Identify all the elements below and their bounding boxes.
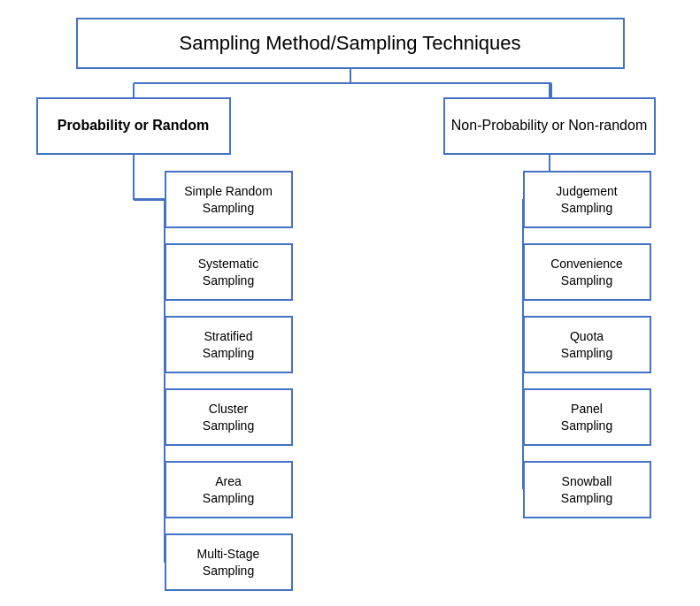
- right-item-3: QuotaSampling: [523, 316, 651, 373]
- left-item-6-label: Multi-StageSampling: [197, 546, 260, 578]
- title-box: Sampling Method/Sampling Techniques: [76, 18, 625, 69]
- right-item-5-label: SnowballSampling: [561, 473, 612, 505]
- left-item-4: ClusterSampling: [165, 388, 293, 446]
- right-item-4: PanelSampling: [523, 388, 651, 446]
- nonprob-label: Non-Probability or Non-random: [451, 117, 647, 135]
- right-item-2: ConvenienceSampling: [523, 243, 651, 301]
- prob-box: Probability or Random: [36, 97, 231, 155]
- right-item-1: JudgementSampling: [523, 171, 651, 228]
- title-text: Sampling Method/Sampling Techniques: [179, 31, 520, 57]
- left-item-1-label: Simple RandomSampling: [184, 183, 273, 215]
- left-item-6: Multi-StageSampling: [165, 533, 293, 591]
- left-item-5-label: AreaSampling: [203, 473, 254, 505]
- left-item-1: Simple RandomSampling: [165, 171, 293, 228]
- left-item-4-label: ClusterSampling: [203, 401, 254, 433]
- left-item-2-label: SystematicSampling: [198, 256, 258, 288]
- right-item-2-label: ConvenienceSampling: [550, 256, 623, 288]
- right-item-5: SnowballSampling: [523, 461, 651, 518]
- right-item-1-label: JudgementSampling: [556, 183, 617, 215]
- left-item-2: SystematicSampling: [165, 243, 293, 301]
- left-item-3: StratifiedSampling: [165, 316, 293, 373]
- diagram: Sampling Method/Sampling Techniques Prob…: [10, 9, 691, 597]
- left-item-3-label: StratifiedSampling: [203, 328, 254, 360]
- right-item-4-label: PanelSampling: [561, 401, 612, 433]
- left-item-5: AreaSampling: [165, 461, 293, 518]
- prob-label: Probability or Random: [58, 117, 210, 135]
- nonprob-box: Non-Probability or Non-random: [443, 97, 656, 155]
- right-item-3-label: QuotaSampling: [561, 328, 612, 360]
